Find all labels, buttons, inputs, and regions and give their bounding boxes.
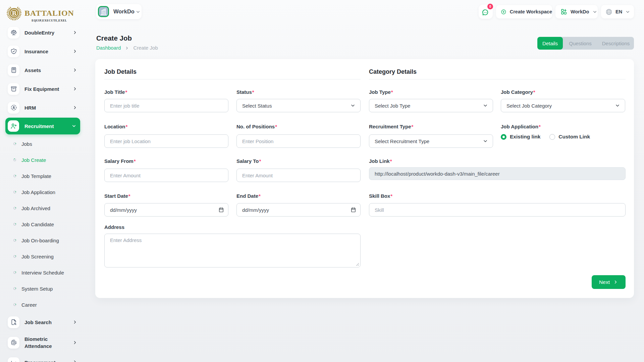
svg-text:B: B: [12, 10, 16, 17]
